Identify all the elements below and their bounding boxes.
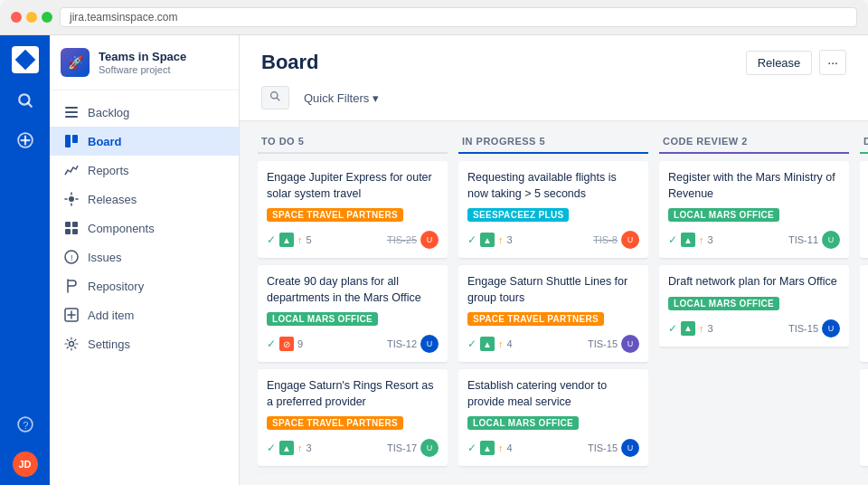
story-icon: ▲ [681,321,695,336]
avatar: U [621,231,639,249]
card-codereview-1[interactable]: Register with the Mars Ministry of Reven… [659,161,849,258]
sidebar-item-backlog[interactable]: Backlog [50,98,239,127]
app-container: ? JD 🚀 Teams in Space Software project B… [0,35,868,485]
check-icon: ✓ [467,233,476,246]
more-options-button[interactable]: ··· [819,50,846,75]
column-inprogress: IN PROGRESS 5 Requesting available fligh… [458,136,648,473]
header-actions: Release ··· [746,50,846,75]
avatar: U [621,335,639,353]
svg-text:!: ! [71,253,73,262]
label-tag: SPACE TRAVEL PARTNERS [467,312,604,326]
quick-filters-button[interactable]: Quick Filters ▾ [297,87,386,109]
card-done-2[interactable]: Engage JetShuttle SpaceWays for travel S… [860,265,868,362]
card-inprogress-1[interactable]: Requesting available flights is now taki… [458,161,648,258]
avatar: U [621,439,639,457]
svg-line-24 [277,98,279,100]
card-meta: ✓ ⊘ 9 TIS-12 U [267,335,439,353]
left-nav: ? JD [0,35,50,485]
release-button[interactable]: Release [746,51,813,75]
card-meta: ✓ ▲ ↑ 3 TIS-15 U [668,319,840,338]
card-todo-3[interactable]: Engage Saturn's Rings Resort as a prefer… [258,369,448,466]
sidebar-item-issues[interactable]: ! Issues [50,242,239,271]
browser-chrome: jira.teamsinspace.com [0,0,868,35]
sidebar-item-releases[interactable]: Releases [50,185,239,214]
card-codereview-2[interactable]: Draft network plan for Mars Office LOCAL… [659,265,849,347]
priority-icon: ↑ [297,234,303,245]
card-inprogress-2[interactable]: Engage Saturn Shuttle Lines for group to… [458,265,648,362]
column-cards-todo: Engage Jupiter Express for outer solar s… [258,161,448,473]
story-icon: ▲ [480,337,495,351]
priority-icon: ↑ [498,338,504,349]
svg-rect-7 [65,107,78,109]
priority-icon: ↑ [498,442,504,453]
card-meta: ✓ ▲ ↑ 3 TIS-17 U [267,439,439,457]
avatar: U [420,439,439,457]
card-done-1[interactable]: Homepage footer uses an inline style - s… [860,161,868,258]
card-meta: ✓ ▲ ↑ 4 TIS-15 U [467,439,639,457]
sidebar: 🚀 Teams in Space Software project Backlo… [50,35,240,485]
sidebar-item-board[interactable]: Board [50,127,239,156]
label-tag: LOCAL MARS OFFICE [668,208,779,222]
check-icon: ✓ [267,442,276,454]
project-type: Software project [99,64,186,75]
avatar: U [822,319,840,338]
svg-text:?: ? [23,420,28,431]
maximize-button[interactable] [42,12,52,23]
column-header-done: DONE 8 [860,136,868,154]
check-icon: ✓ [467,338,476,350]
svg-rect-9 [65,116,78,118]
svg-point-22 [70,342,74,347]
card-meta: ✓ ▲ ↑ 3 TIS-8 U [467,231,639,249]
logo-diamond [14,50,35,71]
check-icon: ✓ [668,233,677,246]
priority-icon: ↑ [699,323,704,334]
story-icon: ▲ [681,233,695,247]
label-tag: LOCAL MARS OFFICE [267,312,378,326]
label-tag: SEESPACEEZ PLUS [467,208,569,222]
check-icon: ✓ [267,233,276,246]
search-box[interactable] [261,86,289,109]
app-logo [12,46,39,73]
svg-rect-14 [72,222,78,227]
sidebar-item-components[interactable]: Components [50,214,239,242]
sidebar-item-settings[interactable]: Settings [50,329,239,358]
card-meta: ✓ ▲ ↑ 4 TIS-15 U [467,335,639,353]
user-avatar[interactable]: JD [13,452,38,477]
priority-icon: ↑ [699,234,704,245]
avatar: U [420,231,439,249]
story-icon: ▲ [480,441,495,455]
nav-help-icon[interactable]: ? [13,412,38,437]
column-header-todo: TO DO 5 [258,136,448,154]
column-todo: TO DO 5 Engage Jupiter Express for outer… [258,136,448,473]
label-tag: LOCAL MARS OFFICE [668,297,779,310]
close-button[interactable] [11,12,22,23]
check-icon: ✓ [668,322,677,335]
svg-rect-10 [65,135,71,147]
svg-line-1 [27,103,31,107]
card-todo-2[interactable]: Create 90 day plans for all departments … [258,265,448,362]
traffic-lights [11,12,52,23]
check-icon: ✓ [267,338,276,350]
card-done-3[interactable]: Engage Saturn Shuttle Lines for group to… [860,369,868,466]
minimize-button[interactable] [26,12,37,23]
card-todo-1[interactable]: Engage Jupiter Express for outer solar s… [258,161,448,258]
sidebar-item-repository[interactable]: Repository [50,271,239,300]
main-area: Board Release ··· Quick Filters ▾ [240,35,868,485]
card-meta: ✓ ▲ ↑ 5 TIS-25 U [267,231,439,249]
label-tag: SPACE TRAVEL PARTNERS [267,416,403,430]
card-inprogress-3[interactable]: Establish catering vendor to provide mea… [458,369,648,466]
url-bar[interactable]: jira.teamsinspace.com [60,7,857,27]
search-icon [269,90,281,105]
nav-search-icon[interactable] [13,88,38,113]
card-meta: ✓ ▲ ↑ 3 TIS-11 U [668,231,840,249]
project-name: Teams in Space [99,50,186,64]
column-done: DONE 8 Homepage footer uses an inline st… [860,136,868,473]
sidebar-item-add[interactable]: Add item [50,300,239,329]
priority-icon: ↑ [498,234,504,245]
svg-rect-8 [65,111,78,113]
sidebar-item-reports[interactable]: Reports [50,156,239,185]
board-container: TO DO 5 Engage Jupiter Express for outer… [240,121,868,485]
nav-create-icon[interactable] [13,128,38,153]
avatar: U [420,335,439,353]
toolbar: Quick Filters ▾ [261,86,846,120]
